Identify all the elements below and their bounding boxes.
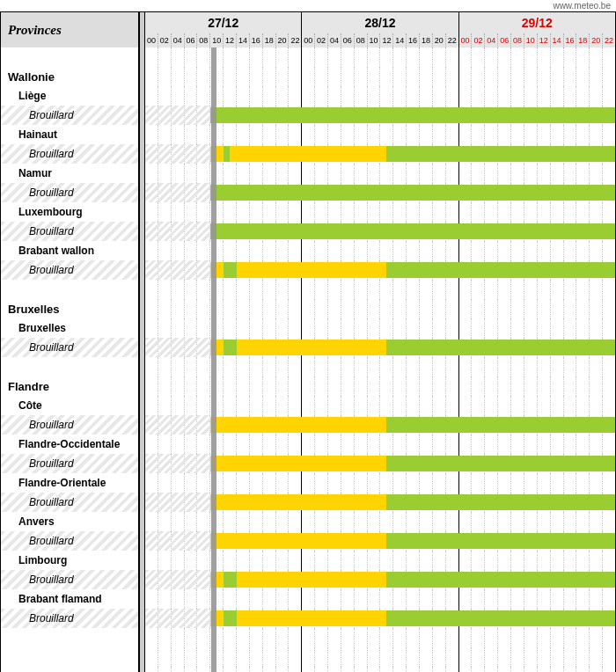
- phenomenon-label: Brouillard: [1, 609, 140, 628]
- column-header-provinces: Provinces: [1, 12, 140, 47]
- province-row: Hainaut: [1, 125, 615, 144]
- phenomenon-row: Brouillard: [1, 106, 615, 125]
- hour-header: 12: [538, 33, 551, 47]
- header-timeline: 27/1228/1229/12 000204060810121416182022…: [145, 12, 615, 47]
- now-indicator: [211, 647, 216, 667]
- timeline-bar: [237, 262, 387, 278]
- now-indicator: [211, 202, 216, 222]
- now-indicator: [211, 144, 216, 164]
- province-row: Anvers: [1, 512, 615, 531]
- spacer-label: [1, 628, 140, 647]
- phenomenon-label: Brouillard: [1, 415, 140, 435]
- hour-header: 06: [341, 33, 355, 47]
- row-timeline: [145, 299, 615, 318]
- hour-header: 22: [289, 33, 302, 47]
- now-indicator: [211, 241, 216, 260]
- hour-header: 12: [224, 33, 237, 47]
- hour-header: 08: [355, 33, 368, 47]
- row-timeline: [145, 67, 615, 86]
- row-timeline: [145, 86, 615, 106]
- province-label: Flandre-Occidentale: [1, 435, 140, 454]
- timeline-bar: [237, 572, 387, 588]
- province-label: Hainaut: [1, 125, 140, 144]
- row-timeline: [145, 202, 615, 222]
- hour-header: 22: [446, 33, 459, 47]
- timeline-bar: [386, 610, 615, 626]
- hour-header: 04: [172, 33, 185, 47]
- now-indicator: [211, 435, 216, 454]
- timeline-bar: [230, 146, 386, 162]
- hour-header: 14: [551, 33, 564, 47]
- hour-header: 20: [590, 33, 603, 47]
- now-indicator: [211, 493, 216, 512]
- phenomenon-row: Brouillard: [1, 338, 615, 357]
- row-timeline: [145, 589, 615, 609]
- now-indicator: [211, 512, 216, 531]
- phenomenon-row: Brouillard: [1, 531, 615, 551]
- hour-header: 00: [302, 33, 315, 47]
- row-timeline: [145, 376, 615, 396]
- province-row: Bruxelles: [1, 318, 615, 338]
- hour-header: 16: [250, 33, 263, 47]
- region-row: Flandre: [1, 376, 615, 396]
- phenomenon-row: Brouillard: [1, 454, 615, 473]
- date-header: 29/12: [459, 12, 615, 33]
- now-indicator: [211, 551, 216, 570]
- hour-header: 04: [485, 33, 498, 47]
- now-indicator: [211, 570, 216, 589]
- row-timeline: [145, 435, 615, 454]
- province-label: Anvers: [1, 512, 140, 531]
- row-timeline: [145, 241, 615, 260]
- now-indicator: [211, 318, 216, 338]
- timeline-bar: [224, 610, 237, 626]
- now-indicator: [211, 299, 216, 318]
- now-indicator: [211, 260, 216, 280]
- hour-header: 18: [420, 33, 433, 47]
- timeline-bar: [224, 572, 237, 588]
- row-timeline: [145, 280, 615, 299]
- phenomenon-row: Brouillard: [1, 493, 615, 512]
- phenomenon-row: Brouillard: [1, 183, 615, 202]
- province-row: Limbourg: [1, 551, 615, 570]
- province-label: Limbourg: [1, 551, 140, 570]
- row-timeline: [145, 628, 615, 647]
- spacer-row: [1, 667, 615, 672]
- row-timeline: [145, 473, 615, 493]
- hour-header: 10: [524, 33, 538, 47]
- timeline-bar: [210, 456, 386, 471]
- phenomenon-label: Brouillard: [1, 493, 140, 512]
- row-timeline: [145, 551, 615, 570]
- timeline-bar: [386, 417, 615, 433]
- row-timeline: [145, 144, 615, 164]
- spacer-row: [1, 357, 615, 376]
- hour-header: 18: [263, 33, 276, 47]
- now-indicator: [211, 164, 216, 183]
- province-row: Liège: [1, 86, 615, 106]
- hour-header: 20: [276, 33, 290, 47]
- row-timeline: [145, 415, 615, 435]
- timeline-bar: [210, 417, 386, 433]
- hour-header: 04: [328, 33, 341, 47]
- now-indicator: [211, 609, 216, 628]
- row-timeline: [145, 357, 615, 376]
- row-timeline: [145, 260, 615, 280]
- row-timeline: [145, 570, 615, 589]
- spacer-row: [1, 47, 615, 67]
- now-indicator: [211, 338, 216, 357]
- timeline-bar: [210, 533, 386, 549]
- spacer-label: [1, 357, 140, 376]
- province-label: Namur: [1, 164, 140, 183]
- timeline-bar: [210, 185, 615, 201]
- phenomenon-row: Brouillard: [1, 144, 615, 164]
- timeline-bar: [210, 223, 615, 239]
- hour-header: 16: [564, 33, 577, 47]
- row-timeline: [145, 667, 615, 672]
- now-indicator: [211, 589, 216, 609]
- spacer-row: [1, 647, 615, 667]
- hour-header: 02: [158, 33, 172, 47]
- timeline-bar: [237, 610, 387, 626]
- phenomenon-row: Brouillard: [1, 415, 615, 435]
- phenomenon-row: Brouillard: [1, 609, 615, 628]
- province-label: Liège: [1, 86, 140, 106]
- hour-header: 06: [498, 33, 511, 47]
